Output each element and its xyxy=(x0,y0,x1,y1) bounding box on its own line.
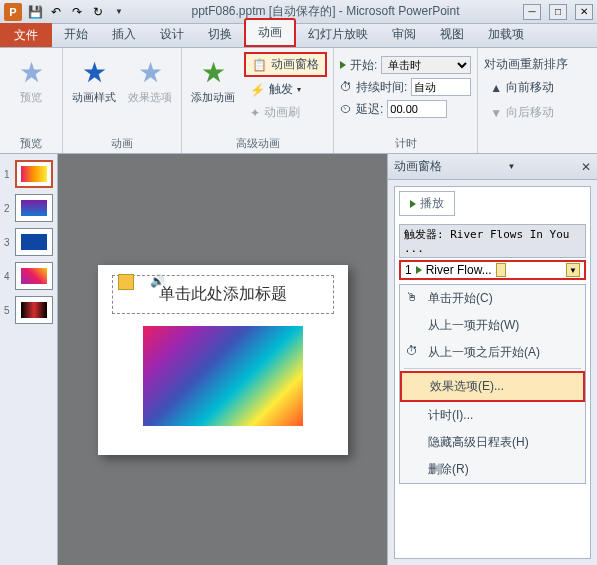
thumb-5-num: 5 xyxy=(4,305,12,316)
start-play-icon xyxy=(340,61,346,69)
tab-view[interactable]: 视图 xyxy=(428,22,476,47)
pane-dropdown-icon[interactable]: ▼ xyxy=(508,162,516,171)
start-select[interactable]: 单击时 xyxy=(381,56,471,74)
tab-home[interactable]: 开始 xyxy=(52,22,100,47)
menu-with-previous[interactable]: 从上一项开始(W) xyxy=(400,312,585,339)
add-animation-plus-icon: ★ xyxy=(197,56,229,88)
menu-click-start-label: 单击开始(C) xyxy=(428,291,493,305)
animation-pane-button[interactable]: 📋 动画窗格 xyxy=(244,52,327,77)
anim-style-button[interactable]: ★ 动画样式 xyxy=(69,52,119,105)
slide-preview: 单击此处添加标题 xyxy=(98,265,348,455)
start-label: 开始: xyxy=(350,57,377,74)
up-arrow-icon: ▲ xyxy=(490,81,502,95)
menu-separator xyxy=(404,368,581,369)
qat-undo-icon[interactable]: ↶ xyxy=(47,3,65,21)
window-title: pptF086.pptm [自动保存的] - Microsoft PowerPo… xyxy=(128,3,523,20)
thumb-3-num: 3 xyxy=(4,237,12,248)
timing-group-label: 计时 xyxy=(340,134,471,151)
anim-item-label: River Flow... xyxy=(426,263,492,277)
duration-input[interactable] xyxy=(411,78,471,96)
delay-input[interactable] xyxy=(387,100,447,118)
thumb-1[interactable]: 1 xyxy=(4,160,53,188)
tab-review[interactable]: 审阅 xyxy=(380,22,428,47)
tab-file[interactable]: 文件 xyxy=(0,23,52,47)
qat-redo-icon[interactable]: ↷ xyxy=(68,3,86,21)
thumb-4[interactable]: 4 xyxy=(4,262,53,290)
audio-icon: 🔊 xyxy=(150,274,166,290)
thumb-5[interactable]: 5 xyxy=(4,296,53,324)
trigger-button[interactable]: ⚡ 触发 ▾ xyxy=(244,79,327,100)
duration-clock-icon: ⏱ xyxy=(340,80,352,94)
play-button[interactable]: 播放 xyxy=(399,191,455,216)
tab-slideshow[interactable]: 幻灯片放映 xyxy=(296,22,380,47)
clock-icon: ⏱ xyxy=(406,344,420,358)
context-menu: 🖱 单击开始(C) 从上一项开始(W) ⏱ 从上一项之后开始(A) 效果选项(E… xyxy=(399,284,586,484)
animation-item-1[interactable]: 1 River Flow... ▼ xyxy=(399,260,586,280)
preview-group-label: 预览 xyxy=(6,134,56,151)
add-animation-button[interactable]: ★ 添加动画 xyxy=(188,52,238,105)
animation-order-icon xyxy=(118,274,134,290)
play-icon xyxy=(410,200,416,208)
move-earlier-label: 向前移动 xyxy=(506,79,554,96)
effect-options-star-icon: ★ xyxy=(134,56,166,88)
trigger-header: 触发器: River Flows In You ... xyxy=(399,224,586,258)
trigger-dropdown-icon: ▾ xyxy=(297,85,301,94)
qat-customize-icon[interactable]: ▼ xyxy=(110,3,128,21)
minimize-button[interactable]: ─ xyxy=(523,4,541,20)
effect-options-label: 效果选项 xyxy=(128,90,172,105)
content-image[interactable] xyxy=(143,326,303,426)
delay-label: 延迟: xyxy=(356,101,383,118)
menu-after-previous[interactable]: ⏱ 从上一项之后开始(A) xyxy=(400,339,585,366)
trigger-lightning-icon: ⚡ xyxy=(250,83,265,97)
slide-thumbnails-panel: 1 2 3 4 5 xyxy=(0,154,58,565)
tab-design[interactable]: 设计 xyxy=(148,22,196,47)
menu-hide-advanced[interactable]: 隐藏高级日程表(H) xyxy=(400,429,585,456)
move-later-button[interactable]: ▼ 向后移动 xyxy=(484,102,568,123)
menu-effect-options[interactable]: 效果选项(E)... xyxy=(400,371,585,402)
menu-click-start[interactable]: 🖱 单击开始(C) xyxy=(400,285,585,312)
painter-label: 动画刷 xyxy=(264,104,300,121)
effect-options-button[interactable]: ★ 效果选项 xyxy=(125,52,175,105)
preview-button[interactable]: ★ 预览 xyxy=(6,52,56,105)
anim-style-label: 动画样式 xyxy=(72,90,116,105)
preview-star-icon: ★ xyxy=(15,56,47,88)
animation-pane-label: 动画窗格 xyxy=(271,56,319,73)
preview-label: 预览 xyxy=(20,90,42,105)
tab-insert[interactable]: 插入 xyxy=(100,22,148,47)
app-icon: P xyxy=(4,3,22,21)
reorder-group-label xyxy=(484,149,568,151)
anim-item-dropdown[interactable]: ▼ xyxy=(566,263,580,277)
menu-timing[interactable]: 计时(I)... xyxy=(400,402,585,429)
down-arrow-icon: ▼ xyxy=(490,106,502,120)
move-later-label: 向后移动 xyxy=(506,104,554,121)
anim-style-star-icon: ★ xyxy=(78,56,110,88)
animation-pane-icon: 📋 xyxy=(252,58,267,72)
thumb-2[interactable]: 2 xyxy=(4,194,53,222)
painter-star-icon: ✦ xyxy=(250,106,260,120)
slide-canvas[interactable]: 🔊 单击此处添加标题 xyxy=(58,154,387,565)
qat-save-icon[interactable]: 💾 xyxy=(26,3,44,21)
menu-delete[interactable]: 删除(R) xyxy=(400,456,585,483)
adv-group-label: 高级动画 xyxy=(188,134,327,151)
play-label: 播放 xyxy=(420,195,444,212)
qat-repeat-icon[interactable]: ↻ xyxy=(89,3,107,21)
duration-label: 持续时间: xyxy=(356,79,407,96)
thumb-2-num: 2 xyxy=(4,203,12,214)
tab-addins[interactable]: 加载项 xyxy=(476,22,536,47)
tab-transitions[interactable]: 切换 xyxy=(196,22,244,47)
anim-item-num: 1 xyxy=(405,263,412,277)
anim-item-play-icon xyxy=(416,266,422,274)
delay-clock-icon: ⏲ xyxy=(340,102,352,116)
reorder-title: 对动画重新排序 xyxy=(484,56,568,73)
animation-pane: 动画窗格 ▼ ✕ 播放 触发器: River Flows In You ... … xyxy=(387,154,597,565)
pane-close-button[interactable]: ✕ xyxy=(581,160,591,174)
animation-painter-button[interactable]: ✦ 动画刷 xyxy=(244,102,327,123)
mouse-icon: 🖱 xyxy=(406,290,420,304)
maximize-button[interactable]: □ xyxy=(549,4,567,20)
move-earlier-button[interactable]: ▲ 向前移动 xyxy=(484,77,568,98)
thumb-1-num: 1 xyxy=(4,169,12,180)
add-animation-label: 添加动画 xyxy=(191,90,235,105)
thumb-3[interactable]: 3 xyxy=(4,228,53,256)
tab-animations[interactable]: 动画 xyxy=(244,18,296,47)
close-button[interactable]: ✕ xyxy=(575,4,593,20)
